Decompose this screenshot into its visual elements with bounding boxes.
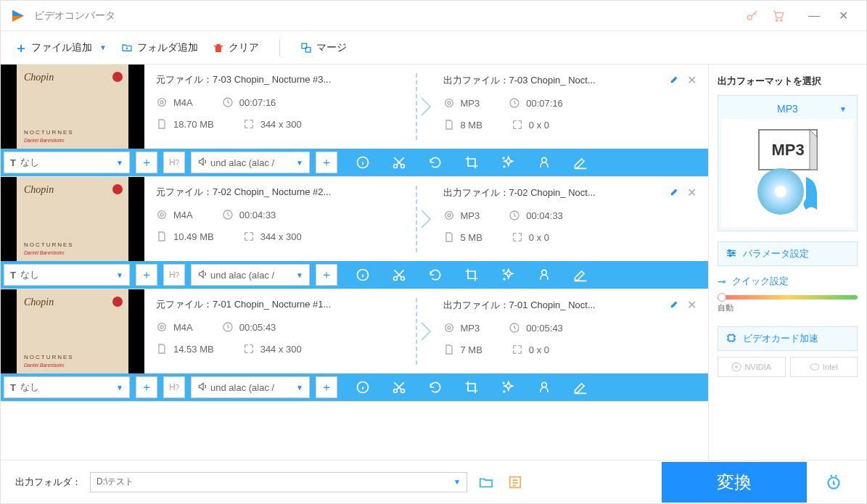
svg-point-34 [542, 382, 547, 387]
thumb-brand: Chopin [24, 184, 54, 196]
subtitle-select[interactable]: T なし ▼ [4, 376, 130, 398]
effects-button[interactable] [500, 267, 516, 283]
rotate-button[interactable] [427, 267, 443, 283]
effects-button[interactable] [500, 154, 516, 170]
out-size: 7 MB [461, 344, 482, 355]
out-file-name: 7-01 Chopin_ Noct... [509, 299, 596, 310]
quick-settings-title: ⊸ クイック設定 [718, 275, 858, 288]
subtitle-search-button[interactable]: H? [163, 152, 185, 173]
output-format-title: 出力フォーマットを選択 [718, 75, 858, 88]
out-size: 5 MB [461, 232, 482, 243]
remove-button[interactable]: ✕ [687, 298, 697, 312]
info-button[interactable] [355, 154, 371, 170]
add-folder-button[interactable]: フォルダ追加 [121, 41, 198, 54]
out-dims: 0 x 0 [529, 344, 549, 355]
add-audio-button[interactable]: ＋ [316, 376, 337, 398]
crop-button[interactable] [464, 379, 480, 395]
subtitle-search-button[interactable]: H? [163, 264, 185, 286]
subtitle-select[interactable]: T なし ▼ [4, 152, 130, 173]
key-icon[interactable] [746, 9, 759, 22]
add-file-button[interactable]: ＋ ファイル追加 ▼ [15, 41, 107, 54]
edit-button[interactable] [572, 379, 588, 395]
crop-button[interactable] [464, 267, 480, 283]
clock-icon [222, 321, 234, 333]
intel-badge: Intel [790, 357, 858, 377]
subtitle-select[interactable]: T なし ▼ [4, 264, 130, 286]
watermark-button[interactable] [536, 379, 552, 395]
rotate-button[interactable] [427, 379, 443, 395]
cart-icon[interactable] [772, 9, 785, 22]
dimensions-icon [243, 231, 255, 242]
thumbnail[interactable]: Chopin NOCTURNES Daniel Barenboim [1, 65, 144, 149]
svg-point-41 [729, 255, 731, 257]
add-subtitle-button[interactable]: ＋ [136, 152, 157, 173]
format-selector[interactable]: MP3 ▼ MP3 [718, 95, 858, 231]
svg-point-32 [394, 389, 398, 393]
close-button[interactable]: ✕ [829, 5, 858, 27]
clock-icon [509, 210, 520, 221]
src-duration: 00:04:33 [239, 210, 276, 220]
add-audio-button[interactable]: ＋ [316, 264, 337, 286]
subtitle-search-button[interactable]: H? [163, 376, 185, 398]
schedule-button[interactable] [815, 462, 852, 503]
watermark-button[interactable] [536, 154, 552, 170]
file-icon [156, 231, 168, 242]
intel-label: Intel [823, 363, 838, 371]
chevron-down-icon: ▼ [296, 384, 303, 392]
file-row: Chopin NOCTURNES Daniel Barenboim 元ファイル：… [1, 289, 708, 402]
add-audio-button[interactable]: ＋ [316, 152, 337, 173]
thumbnail[interactable]: Chopin NOCTURNES Daniel Barenboim [1, 177, 144, 261]
remove-button[interactable]: ✕ [687, 73, 697, 87]
format-preview: MP3 [721, 119, 854, 228]
dimensions-icon [243, 118, 255, 130]
cut-button[interactable] [391, 379, 407, 395]
effects-button[interactable] [500, 379, 516, 395]
info-button[interactable] [355, 267, 371, 283]
svg-point-9 [448, 102, 451, 104]
audio-track-select[interactable]: und alac (alac / ▼ [191, 152, 310, 173]
svg-point-33 [401, 389, 405, 393]
quality-slider[interactable] [718, 295, 858, 299]
cut-button[interactable] [391, 154, 407, 170]
clear-button[interactable]: クリア [213, 41, 259, 54]
merge-button[interactable]: マージ [300, 41, 347, 54]
src-size: 18.70 MB [173, 119, 214, 130]
add-subtitle-button[interactable]: ＋ [136, 264, 157, 286]
thumbnail[interactable]: Chopin NOCTURNES Daniel Barenboim [1, 289, 144, 373]
watermark-button[interactable] [536, 267, 552, 283]
cut-button[interactable] [391, 267, 407, 283]
edit-button[interactable] [670, 299, 680, 311]
src-file-name: 7-03 Chopin_ Nocturne #3... [213, 74, 331, 85]
edit-button[interactable] [572, 267, 588, 283]
output-folder-select[interactable]: D:\テスト ▼ [90, 472, 467, 492]
src-format: M4A [173, 322, 193, 333]
edit-button[interactable] [572, 154, 588, 170]
edit-button[interactable] [670, 186, 680, 199]
audio-track-select[interactable]: und alac (alac / ▼ [191, 264, 310, 286]
list-button[interactable] [505, 472, 525, 492]
remove-button[interactable]: ✕ [687, 186, 697, 199]
add-subtitle-button[interactable]: ＋ [136, 376, 157, 398]
minimize-button[interactable]: — [800, 5, 829, 27]
slider-thumb[interactable] [718, 293, 726, 302]
audio-track-select[interactable]: und alac (alac / ▼ [191, 376, 310, 398]
crop-button[interactable] [464, 154, 480, 170]
audio-track-value: und alac (alac / [210, 157, 274, 168]
rotate-button[interactable] [427, 154, 443, 170]
convert-button[interactable]: 変換 [662, 462, 807, 503]
svg-point-25 [158, 323, 166, 331]
edit-button[interactable] [670, 74, 680, 86]
thumb-text: NOCTURNES [24, 129, 74, 136]
clock-icon [509, 322, 520, 334]
thumb-sub: Daniel Barenboim [24, 250, 65, 255]
parameter-settings-button[interactable]: パラメータ設定 [718, 241, 858, 266]
gpu-accel-button[interactable]: ビデオカード加速 [718, 326, 858, 351]
chip-icon [726, 332, 737, 346]
svg-point-14 [542, 157, 547, 162]
svg-point-5 [158, 99, 166, 107]
plus-icon: ＋ [15, 42, 27, 54]
info-button[interactable] [355, 379, 371, 395]
open-folder-button[interactable] [476, 472, 496, 492]
arrow-separator [416, 186, 437, 252]
format-icon [156, 209, 168, 220]
